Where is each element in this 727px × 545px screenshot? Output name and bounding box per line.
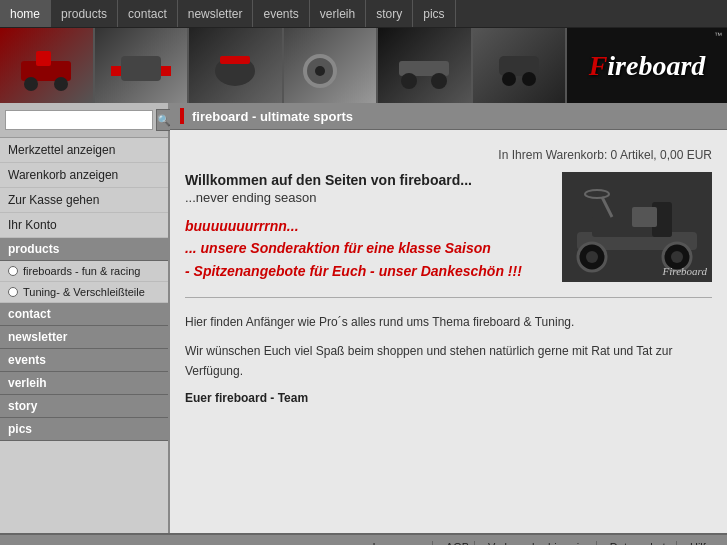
banner: Fireboard ™ bbox=[0, 28, 727, 103]
svg-rect-6 bbox=[161, 66, 171, 76]
nav-item-home[interactable]: home bbox=[0, 0, 51, 27]
welcome-text: Willkommen auf den Seiten von fireboard.… bbox=[185, 172, 547, 282]
content-area: fireboard - ultimate sports In Ihrem War… bbox=[170, 103, 727, 533]
footer-agb[interactable]: AGB bbox=[441, 541, 475, 545]
footer-verbraucher[interactable]: Verbraucherhinweise bbox=[483, 541, 597, 545]
sidebar-section-contact: contact bbox=[0, 303, 168, 326]
sidebar-item-fireboards-label: fireboards - fun & racing bbox=[23, 265, 140, 277]
svg-point-13 bbox=[431, 73, 447, 89]
logo-text: Fireboard bbox=[589, 50, 706, 82]
nav-item-products[interactable]: products bbox=[51, 0, 118, 27]
sidebar-item-tuning-label: Tuning- & Verschleißteile bbox=[23, 286, 145, 298]
sidebar-warenkorb[interactable]: Warenkorb anzeigen bbox=[0, 163, 168, 188]
nav-item-newsletter[interactable]: newsletter bbox=[178, 0, 254, 27]
svg-rect-5 bbox=[111, 66, 121, 76]
sidebar: 🔍 Merkzettel anzeigen Warenkorb anzeigen… bbox=[0, 103, 170, 533]
content-title: fireboard - ultimate sports bbox=[192, 109, 353, 124]
banner-thumb-5 bbox=[378, 28, 473, 103]
kart-image: Fireboard bbox=[562, 172, 712, 282]
svg-point-2 bbox=[54, 77, 68, 91]
nav-item-verleih[interactable]: verleih bbox=[310, 0, 366, 27]
body-text-1: Hier finden Anfänger wie Pro´s alles run… bbox=[185, 313, 712, 332]
radio-icon-fireboards bbox=[8, 266, 18, 276]
welcome-subtitle: ...never ending season bbox=[185, 190, 547, 205]
svg-point-21 bbox=[586, 251, 598, 263]
banner-logo: Fireboard ™ bbox=[567, 28, 727, 103]
content-title-bar: fireboard - ultimate sports bbox=[170, 103, 727, 130]
svg-point-1 bbox=[24, 77, 38, 91]
sidebar-section-newsletter: newsletter bbox=[0, 326, 168, 349]
svg-point-10 bbox=[315, 66, 325, 76]
sidebar-kasse[interactable]: Zur Kasse gehen bbox=[0, 188, 168, 213]
sidebar-section-events: events bbox=[0, 349, 168, 372]
title-accent-bar bbox=[180, 108, 184, 124]
nav-item-pics[interactable]: pics bbox=[413, 0, 455, 27]
svg-point-12 bbox=[401, 73, 417, 89]
svg-point-15 bbox=[502, 72, 516, 86]
sidebar-section-products: products bbox=[0, 238, 168, 261]
banner-thumb-4 bbox=[284, 28, 379, 103]
svg-point-23 bbox=[671, 251, 683, 263]
welcome-section: Willkommen auf den Seiten von fireboard.… bbox=[185, 172, 712, 282]
banner-thumb-2 bbox=[95, 28, 190, 103]
nav-item-story[interactable]: story bbox=[366, 0, 413, 27]
radio-icon-tuning bbox=[8, 287, 18, 297]
cart-info: In Ihrem Warenkorb: 0 Artikel, 0,00 EUR bbox=[185, 140, 712, 167]
sidebar-section-story: story bbox=[0, 395, 168, 418]
search-bar: 🔍 bbox=[0, 103, 168, 138]
banner-thumb-3 bbox=[189, 28, 284, 103]
sidebar-section-verleih: verleih bbox=[0, 372, 168, 395]
body-text-2: Wir wünschen Euch viel Spaß beim shoppen… bbox=[185, 342, 712, 380]
team-signature: Euer fireboard - Team bbox=[185, 391, 712, 405]
footer-hilfe[interactable]: Hilfe bbox=[685, 541, 717, 545]
svg-rect-3 bbox=[36, 51, 51, 66]
sidebar-item-tuning[interactable]: Tuning- & Verschleißteile bbox=[0, 282, 168, 303]
main-layout: 🔍 Merkzettel anzeigen Warenkorb anzeigen… bbox=[0, 103, 727, 533]
promo-text: buuuuuuurrrnn... ... unsere Sonderaktion… bbox=[185, 215, 547, 282]
footer: Impressum AGB Verbraucherhinweise Datens… bbox=[0, 533, 727, 545]
search-input[interactable] bbox=[5, 110, 153, 130]
svg-point-25 bbox=[585, 190, 609, 198]
sidebar-konto[interactable]: Ihr Konto bbox=[0, 213, 168, 238]
sidebar-item-fireboards[interactable]: fireboards - fun & racing bbox=[0, 261, 168, 282]
footer-datenschutz[interactable]: Datenschutz bbox=[605, 541, 677, 545]
svg-rect-4 bbox=[121, 56, 161, 81]
svg-rect-14 bbox=[499, 56, 539, 76]
svg-rect-26 bbox=[632, 207, 657, 227]
nav-item-events[interactable]: events bbox=[253, 0, 309, 27]
nav-item-contact[interactable]: contact bbox=[118, 0, 178, 27]
svg-point-16 bbox=[522, 72, 536, 86]
content-inner: In Ihrem Warenkorb: 0 Artikel, 0,00 EUR … bbox=[170, 130, 727, 415]
trademark-symbol: ™ bbox=[714, 31, 722, 40]
sidebar-merkzettel[interactable]: Merkzettel anzeigen bbox=[0, 138, 168, 163]
kart-label: Fireboard bbox=[663, 265, 707, 277]
svg-line-24 bbox=[602, 197, 612, 217]
content-divider bbox=[185, 297, 712, 298]
banner-thumb-1 bbox=[0, 28, 95, 103]
promo-line1: buuuuuuurrrnn... bbox=[185, 215, 547, 237]
top-navigation: home products contact newsletter events … bbox=[0, 0, 727, 28]
promo-line3: - Spitzenangebote für Euch - unser Danke… bbox=[185, 260, 547, 282]
sidebar-section-pics: pics bbox=[0, 418, 168, 441]
welcome-heading: Willkommen auf den Seiten von fireboard.… bbox=[185, 172, 547, 188]
footer-impressum[interactable]: Impressum bbox=[367, 541, 432, 545]
promo-line2: ... unsere Sonderaktion für eine klasse … bbox=[185, 237, 547, 259]
banner-thumb-6 bbox=[473, 28, 568, 103]
svg-rect-8 bbox=[220, 56, 250, 64]
